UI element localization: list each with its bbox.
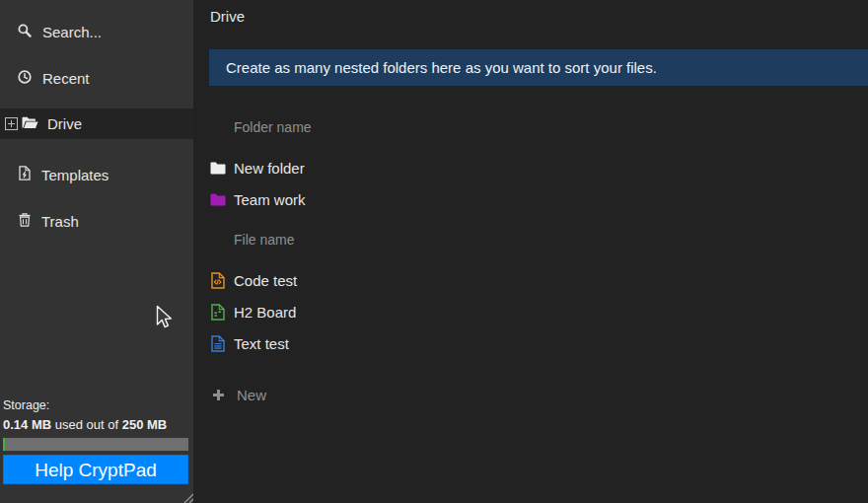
sidebar-item-trash[interactable]: Trash xyxy=(0,210,212,232)
storage-usage-text: used out of xyxy=(55,417,118,432)
file-name: Text test xyxy=(234,335,289,352)
kanban-file-icon xyxy=(210,304,226,321)
page-title: Drive xyxy=(210,8,245,25)
storage-progress-bar xyxy=(3,438,188,451)
text-file-icon xyxy=(210,335,226,352)
template-icon xyxy=(19,166,31,183)
storage-progress-fill xyxy=(3,438,5,451)
sidebar-item-label: Search... xyxy=(42,24,102,40)
folder-open-icon xyxy=(22,115,38,132)
sidebar: Search... Recent xyxy=(0,0,193,503)
folder-icon xyxy=(210,162,226,175)
folder-row-new-folder[interactable]: New folder xyxy=(210,158,305,178)
sidebar-item-label: Drive xyxy=(47,115,82,132)
file-row-text-test[interactable]: Text test xyxy=(210,333,289,353)
file-row-code-test[interactable]: Code test xyxy=(210,270,297,290)
mouse-cursor-icon xyxy=(156,305,175,334)
storage-used: 0.14 MB xyxy=(3,417,51,432)
drive-main-panel: Drive Create as many nested folders here… xyxy=(193,0,868,503)
file-name: H2 Board xyxy=(234,304,296,321)
info-banner: Create as many nested folders here as yo… xyxy=(209,49,868,86)
file-list-header: File name xyxy=(234,232,294,248)
folder-name: Team work xyxy=(234,191,306,208)
search-icon xyxy=(18,24,32,40)
plus-icon xyxy=(210,389,226,401)
storage-info: Storage: 0.14 MB used out of 250 MB xyxy=(3,398,188,451)
sidebar-item-search[interactable]: Search... xyxy=(0,21,211,42)
sidebar-item-label: Recent xyxy=(42,70,90,87)
help-cryptpad-button[interactable]: Help CryptPad xyxy=(3,455,188,484)
info-banner-text: Create as many nested folders here as yo… xyxy=(226,59,657,76)
sidebar-item-drive[interactable]: Drive xyxy=(0,108,198,139)
sidebar-item-templates[interactable]: Templates xyxy=(0,164,212,185)
file-name: Code test xyxy=(234,272,297,289)
folder-icon xyxy=(210,193,226,206)
storage-usage: 0.14 MB used out of 250 MB xyxy=(3,417,188,432)
folder-row-team-work[interactable]: Team work xyxy=(210,189,306,209)
trash-icon xyxy=(19,213,31,230)
clock-icon xyxy=(18,70,32,87)
cryptpad-drive-app: Search... Recent xyxy=(0,0,868,503)
new-item-label: New xyxy=(237,387,266,403)
storage-label: Storage: xyxy=(3,398,188,412)
folder-list-header: Folder name xyxy=(234,119,312,135)
code-file-icon xyxy=(210,272,226,289)
new-item-button[interactable]: New xyxy=(210,385,266,404)
sidebar-item-recent[interactable]: Recent xyxy=(0,67,211,89)
file-row-h2-board[interactable]: H2 Board xyxy=(210,302,296,322)
folder-name: New folder xyxy=(234,160,305,177)
sidebar-item-label: Trash xyxy=(41,213,79,230)
sidebar-item-label: Templates xyxy=(41,167,108,183)
expand-tree-icon[interactable] xyxy=(5,117,18,130)
storage-total: 250 MB xyxy=(122,417,168,432)
